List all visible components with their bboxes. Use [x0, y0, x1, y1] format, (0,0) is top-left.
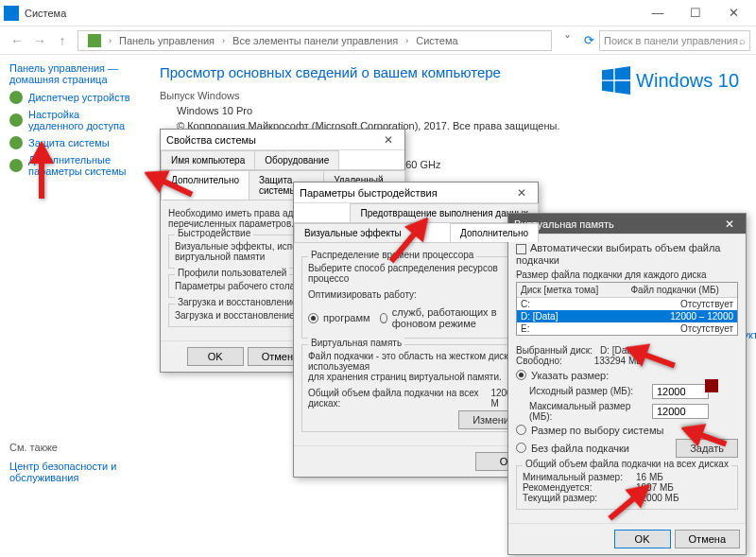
initial-size-input[interactable]	[652, 384, 709, 399]
windows-logo: Windows 10	[602, 66, 739, 95]
arrow-annotation-icon	[23, 142, 60, 205]
disk-list[interactable]: Диск [метка тома]Файл подкачки (МБ) C:От…	[516, 282, 738, 336]
group-virtual-memory: Виртуальная память Файл подкачки - это о…	[301, 344, 530, 432]
windows-icon	[602, 66, 630, 95]
dialog1-titlebar: Свойства системы ✕	[161, 130, 404, 150]
tab-advanced2[interactable]: Дополнительно	[450, 223, 539, 242]
disk-row-d[interactable]: D: [Data]12000 – 12000	[517, 310, 737, 322]
cursor-icon	[705, 379, 718, 392]
window-title: Система	[25, 8, 639, 19]
close-button[interactable]: ✕	[714, 0, 752, 26]
up-button[interactable]: ↑	[51, 29, 74, 52]
radio-services[interactable]: служб, работающих в фоновом режиме	[380, 306, 524, 329]
cp-icon	[88, 34, 101, 47]
refresh-button[interactable]: ⟳	[578, 33, 599, 47]
see-also-header: См. также	[9, 442, 137, 453]
title-bar: Система — ☐ ✕	[0, 0, 756, 26]
radio-programs[interactable]: программ	[308, 306, 370, 329]
system-icon	[4, 6, 19, 21]
forward-button[interactable]: →	[28, 29, 51, 52]
dialog3-cancel-button[interactable]: Отмена	[675, 530, 740, 548]
auto-manage-checkbox[interactable]: Автоматически выбирать объем файла подка…	[516, 242, 738, 266]
dialog1-close-button[interactable]: ✕	[378, 133, 399, 147]
dialog1-ok-button[interactable]: OK	[187, 347, 244, 366]
dialog1-title: Свойства системы	[166, 134, 378, 146]
crumb-all[interactable]: Все элементы панели управления	[232, 35, 398, 46]
crumb-sys[interactable]: Система	[416, 35, 457, 46]
edition-value: Windows 10 Pro	[177, 105, 743, 116]
maximize-button[interactable]: ☐	[677, 0, 714, 26]
sidebar-device-manager[interactable]: Диспетчер устройств	[9, 91, 137, 104]
dialog2-close-button[interactable]: ✕	[511, 186, 532, 200]
radio-no-paging[interactable]: Без файла подкачки	[516, 443, 676, 454]
tab-hardware[interactable]: Оборудование	[254, 150, 339, 169]
disk-row-e[interactable]: E:Отсутствует	[517, 322, 737, 335]
search-input[interactable]: Поиск в панели управления ⌕	[599, 30, 750, 51]
sidebar: Панель управления — домашняя страница Ди…	[0, 55, 146, 557]
address-bar: ← → ↑ › Панель управления › Все элементы…	[0, 26, 756, 55]
crumb-cp[interactable]: Панель управления	[119, 35, 215, 46]
dialog1-tabs: Имя компьютера Оборудование	[161, 150, 404, 170]
dropdown-button[interactable]: ˅	[556, 29, 578, 52]
breadcrumb[interactable]: › Панель управления › Все элементы панел…	[77, 30, 552, 51]
dialog3-close-button[interactable]: ✕	[719, 218, 740, 231]
sidebar-security-center[interactable]: Центр безопасности и обслуживания	[9, 461, 137, 483]
sidebar-header[interactable]: Панель управления — домашняя страница	[9, 62, 137, 85]
minimize-button[interactable]: —	[639, 0, 677, 26]
disk-row-c[interactable]: C:Отсутствует	[517, 298, 737, 310]
sidebar-remote-access[interactable]: Настройка удаленного доступа	[9, 109, 137, 131]
dialog2-titlebar: Параметры быстродействия ✕	[294, 183, 538, 203]
back-button[interactable]: ←	[6, 29, 28, 52]
dialog3-title: Виртуальная память	[514, 218, 719, 230]
dialog2-title: Параметры быстродействия	[300, 187, 511, 199]
search-icon: ⌕	[739, 35, 746, 46]
dialog3-titlebar: Виртуальная память ✕	[508, 214, 746, 235]
group-cpu-scheduling: Распределение времени процессора Выберит…	[301, 256, 530, 339]
